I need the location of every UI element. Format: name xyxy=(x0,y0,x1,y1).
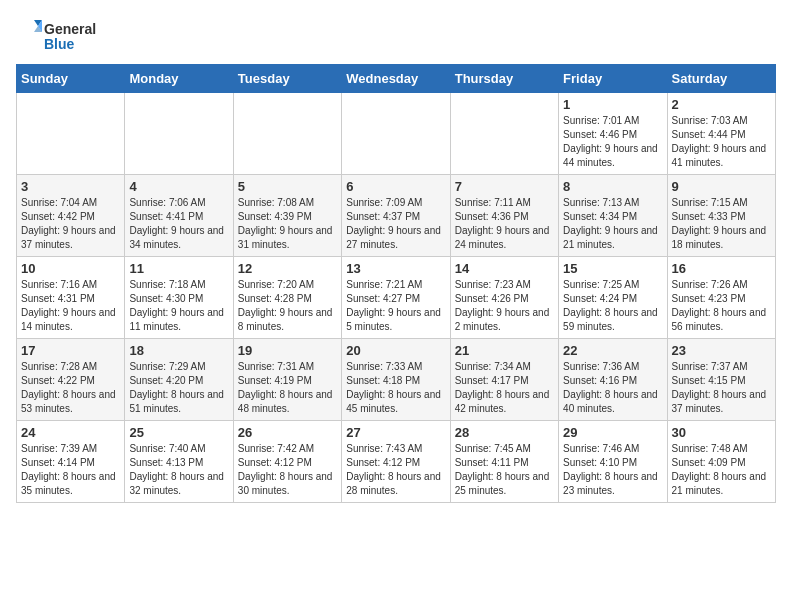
day-info: Sunrise: 7:03 AM Sunset: 4:44 PM Dayligh… xyxy=(672,114,771,170)
calendar-cell xyxy=(342,93,450,175)
day-number: 17 xyxy=(21,343,120,358)
day-info: Sunrise: 7:43 AM Sunset: 4:12 PM Dayligh… xyxy=(346,442,445,498)
calendar-cell xyxy=(233,93,341,175)
day-number: 1 xyxy=(563,97,662,112)
day-info: Sunrise: 7:23 AM Sunset: 4:26 PM Dayligh… xyxy=(455,278,554,334)
calendar-cell: 12Sunrise: 7:20 AM Sunset: 4:28 PM Dayli… xyxy=(233,257,341,339)
day-info: Sunrise: 7:21 AM Sunset: 4:27 PM Dayligh… xyxy=(346,278,445,334)
day-info: Sunrise: 7:26 AM Sunset: 4:23 PM Dayligh… xyxy=(672,278,771,334)
calendar-cell: 22Sunrise: 7:36 AM Sunset: 4:16 PM Dayli… xyxy=(559,339,667,421)
calendar-cell: 28Sunrise: 7:45 AM Sunset: 4:11 PM Dayli… xyxy=(450,421,558,503)
day-info: Sunrise: 7:13 AM Sunset: 4:34 PM Dayligh… xyxy=(563,196,662,252)
day-info: Sunrise: 7:15 AM Sunset: 4:33 PM Dayligh… xyxy=(672,196,771,252)
weekday-header: Friday xyxy=(559,65,667,93)
calendar-cell: 14Sunrise: 7:23 AM Sunset: 4:26 PM Dayli… xyxy=(450,257,558,339)
weekday-header: Tuesday xyxy=(233,65,341,93)
calendar-cell: 19Sunrise: 7:31 AM Sunset: 4:19 PM Dayli… xyxy=(233,339,341,421)
calendar-cell: 3Sunrise: 7:04 AM Sunset: 4:42 PM Daylig… xyxy=(17,175,125,257)
day-info: Sunrise: 7:48 AM Sunset: 4:09 PM Dayligh… xyxy=(672,442,771,498)
calendar-cell xyxy=(125,93,233,175)
day-info: Sunrise: 7:09 AM Sunset: 4:37 PM Dayligh… xyxy=(346,196,445,252)
calendar-cell: 25Sunrise: 7:40 AM Sunset: 4:13 PM Dayli… xyxy=(125,421,233,503)
calendar-cell: 16Sunrise: 7:26 AM Sunset: 4:23 PM Dayli… xyxy=(667,257,775,339)
calendar-cell: 5Sunrise: 7:08 AM Sunset: 4:39 PM Daylig… xyxy=(233,175,341,257)
calendar-cell: 30Sunrise: 7:48 AM Sunset: 4:09 PM Dayli… xyxy=(667,421,775,503)
day-info: Sunrise: 7:01 AM Sunset: 4:46 PM Dayligh… xyxy=(563,114,662,170)
logo: General Blue xyxy=(16,16,106,56)
calendar-cell: 4Sunrise: 7:06 AM Sunset: 4:41 PM Daylig… xyxy=(125,175,233,257)
page-header: General Blue xyxy=(16,16,776,56)
day-number: 16 xyxy=(672,261,771,276)
day-number: 13 xyxy=(346,261,445,276)
day-info: Sunrise: 7:06 AM Sunset: 4:41 PM Dayligh… xyxy=(129,196,228,252)
day-info: Sunrise: 7:25 AM Sunset: 4:24 PM Dayligh… xyxy=(563,278,662,334)
calendar-table: SundayMondayTuesdayWednesdayThursdayFrid… xyxy=(16,64,776,503)
day-info: Sunrise: 7:28 AM Sunset: 4:22 PM Dayligh… xyxy=(21,360,120,416)
day-number: 30 xyxy=(672,425,771,440)
day-number: 10 xyxy=(21,261,120,276)
weekday-header: Sunday xyxy=(17,65,125,93)
calendar-body: 1Sunrise: 7:01 AM Sunset: 4:46 PM Daylig… xyxy=(17,93,776,503)
day-number: 20 xyxy=(346,343,445,358)
day-info: Sunrise: 7:37 AM Sunset: 4:15 PM Dayligh… xyxy=(672,360,771,416)
day-number: 26 xyxy=(238,425,337,440)
calendar-cell: 8Sunrise: 7:13 AM Sunset: 4:34 PM Daylig… xyxy=(559,175,667,257)
calendar-week-row: 10Sunrise: 7:16 AM Sunset: 4:31 PM Dayli… xyxy=(17,257,776,339)
calendar-cell: 13Sunrise: 7:21 AM Sunset: 4:27 PM Dayli… xyxy=(342,257,450,339)
calendar-week-row: 24Sunrise: 7:39 AM Sunset: 4:14 PM Dayli… xyxy=(17,421,776,503)
day-number: 4 xyxy=(129,179,228,194)
day-info: Sunrise: 7:39 AM Sunset: 4:14 PM Dayligh… xyxy=(21,442,120,498)
calendar-cell: 7Sunrise: 7:11 AM Sunset: 4:36 PM Daylig… xyxy=(450,175,558,257)
calendar-cell: 21Sunrise: 7:34 AM Sunset: 4:17 PM Dayli… xyxy=(450,339,558,421)
day-info: Sunrise: 7:29 AM Sunset: 4:20 PM Dayligh… xyxy=(129,360,228,416)
calendar-cell: 27Sunrise: 7:43 AM Sunset: 4:12 PM Dayli… xyxy=(342,421,450,503)
day-info: Sunrise: 7:40 AM Sunset: 4:13 PM Dayligh… xyxy=(129,442,228,498)
calendar-cell: 18Sunrise: 7:29 AM Sunset: 4:20 PM Dayli… xyxy=(125,339,233,421)
calendar-cell: 10Sunrise: 7:16 AM Sunset: 4:31 PM Dayli… xyxy=(17,257,125,339)
day-number: 14 xyxy=(455,261,554,276)
calendar-cell: 26Sunrise: 7:42 AM Sunset: 4:12 PM Dayli… xyxy=(233,421,341,503)
day-number: 3 xyxy=(21,179,120,194)
calendar-cell xyxy=(17,93,125,175)
calendar-cell: 17Sunrise: 7:28 AM Sunset: 4:22 PM Dayli… xyxy=(17,339,125,421)
calendar-cell: 6Sunrise: 7:09 AM Sunset: 4:37 PM Daylig… xyxy=(342,175,450,257)
weekday-header: Thursday xyxy=(450,65,558,93)
calendar-week-row: 17Sunrise: 7:28 AM Sunset: 4:22 PM Dayli… xyxy=(17,339,776,421)
calendar-header: SundayMondayTuesdayWednesdayThursdayFrid… xyxy=(17,65,776,93)
calendar-cell: 20Sunrise: 7:33 AM Sunset: 4:18 PM Dayli… xyxy=(342,339,450,421)
day-number: 5 xyxy=(238,179,337,194)
calendar-cell: 11Sunrise: 7:18 AM Sunset: 4:30 PM Dayli… xyxy=(125,257,233,339)
day-info: Sunrise: 7:33 AM Sunset: 4:18 PM Dayligh… xyxy=(346,360,445,416)
day-number: 23 xyxy=(672,343,771,358)
day-info: Sunrise: 7:16 AM Sunset: 4:31 PM Dayligh… xyxy=(21,278,120,334)
day-number: 24 xyxy=(21,425,120,440)
day-number: 7 xyxy=(455,179,554,194)
day-number: 25 xyxy=(129,425,228,440)
day-number: 12 xyxy=(238,261,337,276)
day-info: Sunrise: 7:11 AM Sunset: 4:36 PM Dayligh… xyxy=(455,196,554,252)
day-number: 2 xyxy=(672,97,771,112)
day-number: 28 xyxy=(455,425,554,440)
day-number: 8 xyxy=(563,179,662,194)
calendar-cell xyxy=(450,93,558,175)
day-info: Sunrise: 7:18 AM Sunset: 4:30 PM Dayligh… xyxy=(129,278,228,334)
day-info: Sunrise: 7:36 AM Sunset: 4:16 PM Dayligh… xyxy=(563,360,662,416)
day-number: 15 xyxy=(563,261,662,276)
day-number: 18 xyxy=(129,343,228,358)
weekday-header: Monday xyxy=(125,65,233,93)
calendar-cell: 24Sunrise: 7:39 AM Sunset: 4:14 PM Dayli… xyxy=(17,421,125,503)
day-number: 6 xyxy=(346,179,445,194)
day-info: Sunrise: 7:04 AM Sunset: 4:42 PM Dayligh… xyxy=(21,196,120,252)
calendar-week-row: 3Sunrise: 7:04 AM Sunset: 4:42 PM Daylig… xyxy=(17,175,776,257)
calendar-cell: 2Sunrise: 7:03 AM Sunset: 4:44 PM Daylig… xyxy=(667,93,775,175)
day-number: 19 xyxy=(238,343,337,358)
day-info: Sunrise: 7:31 AM Sunset: 4:19 PM Dayligh… xyxy=(238,360,337,416)
weekday-header: Saturday xyxy=(667,65,775,93)
calendar-week-row: 1Sunrise: 7:01 AM Sunset: 4:46 PM Daylig… xyxy=(17,93,776,175)
day-number: 21 xyxy=(455,343,554,358)
day-info: Sunrise: 7:45 AM Sunset: 4:11 PM Dayligh… xyxy=(455,442,554,498)
day-info: Sunrise: 7:08 AM Sunset: 4:39 PM Dayligh… xyxy=(238,196,337,252)
day-info: Sunrise: 7:34 AM Sunset: 4:17 PM Dayligh… xyxy=(455,360,554,416)
svg-text:General: General xyxy=(44,21,96,37)
day-number: 27 xyxy=(346,425,445,440)
